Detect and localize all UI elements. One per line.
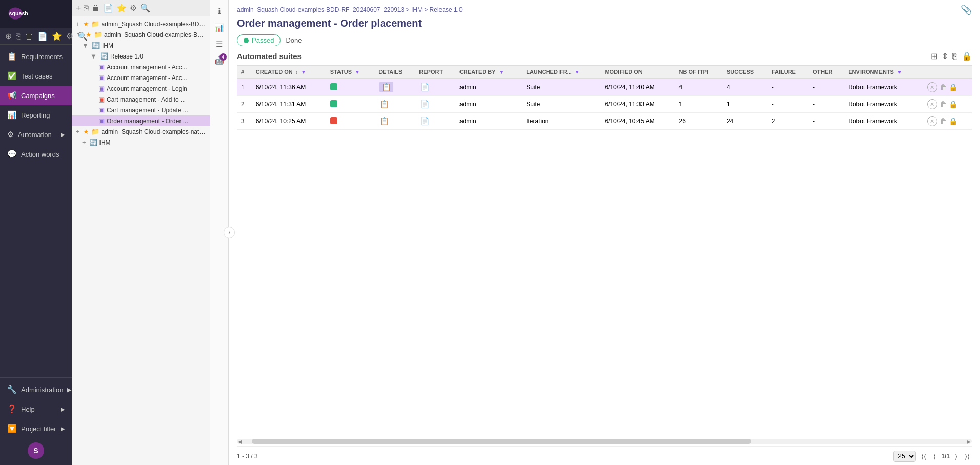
delete-row-icon[interactable]: 🗑	[939, 83, 947, 91]
report-doc-icon[interactable]: 📄	[420, 117, 430, 125]
svg-text:squash: squash	[9, 10, 28, 16]
tree-item-1[interactable]: + ★ 📁 admin_Squash Cloud-examples-BDD-..…	[72, 18, 210, 29]
prev-page-button[interactable]: ⟨	[931, 452, 938, 461]
tree-item-label: admin_Squash Cloud-examples-BDD-...	[104, 31, 206, 38]
last-page-button[interactable]: ⟩⟩	[963, 452, 972, 461]
sidebar-item-requirements[interactable]: 📋 Requirements	[0, 47, 72, 66]
sidebar-item-help-label: Help	[21, 405, 35, 413]
details-doc-icon[interactable]: 📋	[379, 82, 393, 92]
next-page-button[interactable]: ⟩	[953, 452, 959, 461]
campaign-folder-icon: 📁	[94, 31, 102, 38]
info-icon-button[interactable]: ℹ	[212, 4, 227, 18]
settings-icon[interactable]: ⚙	[66, 31, 73, 41]
passed-badge[interactable]: Passed	[237, 34, 281, 46]
tree-delete-icon[interactable]: 🗑	[92, 4, 100, 13]
tree-item-acct1[interactable]: ▣ Account management - Acc...	[72, 62, 210, 72]
cancel-icon[interactable]: ✕	[927, 82, 937, 92]
sidebar-item-reporting[interactable]: 📊 Reporting	[0, 105, 72, 125]
cell-failure: 2	[768, 113, 809, 130]
cell-row-actions: ✕ 🗑 🔒	[923, 79, 972, 96]
star-icon[interactable]: ⭐	[52, 31, 62, 41]
launched-fr-filter-icon[interactable]: ▼	[575, 69, 580, 75]
created-on-sort-icon[interactable]: ↕	[295, 69, 298, 75]
tree-copy-icon[interactable]: ⎘	[84, 4, 89, 13]
delete-row-icon[interactable]: 🗑	[939, 100, 947, 108]
star-icon: ★	[83, 128, 89, 135]
tree-star-icon[interactable]: ⭐	[116, 3, 127, 13]
chart-icon-button[interactable]: 📊	[212, 21, 227, 35]
col-success: SUCCESS	[723, 66, 768, 79]
sidebar-item-test-cases[interactable]: ✅ Test cases	[0, 66, 72, 86]
cancel-icon[interactable]: ✕	[927, 99, 937, 109]
tree-item-label: Cart management - Update ...	[107, 107, 188, 114]
lock-table-icon[interactable]: 🔒	[962, 51, 972, 61]
reporting-icon: 📊	[7, 110, 17, 120]
copy-icon[interactable]: ⎘	[16, 32, 21, 41]
table-scroll-wrap[interactable]: # CREATED ON ↕ ▼ STATUS ▼ DETAILS REPORT	[237, 65, 972, 437]
page-size-select[interactable]: 25	[893, 451, 916, 462]
tree-item-release1[interactable]: ▼ 🔄 Release 1.0	[72, 51, 210, 62]
report-doc-icon[interactable]: 📄	[420, 100, 430, 108]
sidebar-item-campaigns[interactable]: 📢 Campaigns	[0, 86, 72, 105]
tree-item-cart2[interactable]: ▣ Cart management - Update ...	[72, 105, 210, 115]
tree-doc-icon[interactable]: 📄	[103, 3, 113, 13]
tree-search-icon[interactable]: 🔍	[140, 3, 150, 13]
cell-environments: Robot Framework	[844, 79, 923, 96]
sidebar-item-administration[interactable]: 🔧 Administration ▶	[0, 380, 72, 399]
lock-row-icon[interactable]: 🔒	[949, 100, 957, 108]
environments-filter-icon[interactable]: ▼	[897, 69, 902, 75]
status-filter-icon[interactable]: ▼	[355, 69, 360, 75]
tree-item-cart1[interactable]: ▣ Cart management - Add to ...	[72, 94, 210, 105]
cell-other: -	[809, 96, 844, 113]
lock-row-icon[interactable]: 🔒	[949, 117, 957, 125]
sort-icon[interactable]: ⇕	[942, 51, 948, 61]
tree-item-ihm2[interactable]: + 🔄 IHM	[72, 137, 210, 148]
campaign-active-icon: ▣	[98, 117, 105, 125]
details-doc-icon[interactable]: 📋	[379, 117, 389, 125]
cancel-icon[interactable]: ✕	[927, 116, 937, 126]
sidebar-logo: squash	[0, 0, 72, 28]
campaign-folder-icon: 📁	[91, 128, 99, 135]
cell-created-by: admin	[455, 79, 522, 96]
tree-item-acct3[interactable]: ▣ Account management - Login	[72, 83, 210, 94]
v-icon-list-wrap: ☰	[212, 37, 227, 51]
tree-item-label: admin_Squash Cloud-examples-BDD-...	[102, 21, 206, 28]
scroll-right-arrow[interactable]: ▶	[967, 439, 971, 444]
cell-created-on: 6/10/24, 11:36 AM	[252, 79, 326, 96]
page-title-text: Order management - Order placement	[237, 17, 422, 29]
doc-icon[interactable]: 📄	[37, 31, 48, 41]
search-icon[interactable]: 🔍	[77, 31, 88, 41]
created-on-filter-icon[interactable]: ▼	[301, 69, 306, 75]
breadcrumb-path: admin_Squash Cloud-examples-BDD-RF_20240…	[237, 6, 463, 13]
horizontal-scrollbar[interactable]: ▶ ◀	[237, 439, 972, 444]
scroll-left-arrow[interactable]: ◀	[238, 439, 242, 444]
sidebar-item-help[interactable]: ❓ Help ▶	[0, 399, 72, 419]
columns-icon[interactable]: ⊞	[931, 51, 937, 61]
tree-item-order1[interactable]: ▣ Order management - Order ...	[72, 115, 210, 126]
delete-icon[interactable]: 🗑	[25, 32, 33, 41]
add-icon[interactable]: ⊕	[5, 31, 12, 41]
tree-item-2[interactable]: ▼ ★ 📁 admin_Squash Cloud-examples-BDD-..…	[72, 29, 210, 40]
sidebar-item-action-words[interactable]: 💬 Action words	[0, 144, 72, 164]
cell-row-actions: ✕ 🗑 🔒	[923, 96, 972, 113]
cell-report: 📄	[415, 113, 455, 130]
tree-add-icon[interactable]: +	[76, 4, 81, 13]
details-doc-icon[interactable]: 📋	[379, 100, 389, 108]
created-by-filter-icon[interactable]: ▼	[498, 69, 504, 75]
tree-item-ihm1[interactable]: ▼ 🔄 IHM	[72, 40, 210, 51]
tree-settings-icon[interactable]: ⚙	[130, 3, 137, 13]
sidebar-item-project-filter[interactable]: 🔽 Project filter ▶	[0, 419, 72, 438]
attach-icon[interactable]: 📎	[961, 4, 972, 15]
first-page-button[interactable]: ⟨⟨	[919, 452, 928, 461]
table-header-row: Automated suites ⊞ ⇕ ⎘ 🔒	[237, 51, 972, 61]
report-doc-icon[interactable]: 📄	[420, 83, 430, 91]
list-icon-button[interactable]: ☰	[212, 37, 227, 51]
tree-item-3[interactable]: + ★ 📁 admin_Squash Cloud-examples-native…	[72, 126, 210, 137]
user-avatar[interactable]: S	[28, 442, 44, 459]
lock-row-icon[interactable]: 🔒	[949, 83, 957, 91]
tree-item-acct2[interactable]: ▣ Account management - Acc...	[72, 72, 210, 83]
copy-table-icon[interactable]: ⎘	[952, 52, 957, 61]
sidebar-item-automation[interactable]: ⚙ Automation ▶	[0, 125, 72, 144]
delete-row-icon[interactable]: 🗑	[939, 117, 947, 125]
campaign-icon: ▣	[98, 85, 105, 92]
